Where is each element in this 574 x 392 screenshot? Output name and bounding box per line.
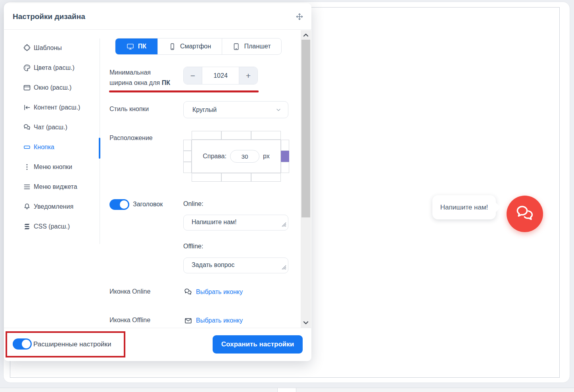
tab-label: ПК	[138, 43, 146, 50]
min-width-value[interactable]: 1024	[202, 67, 239, 84]
sidebar-item-colors[interactable]: Цвета (расш.)	[4, 58, 99, 78]
widget-tooltip-text: Напишите нам!	[440, 204, 488, 211]
stepper-plus-button[interactable]: +	[239, 67, 257, 84]
sidebar-item-button-menu[interactable]: Меню кнопки	[4, 157, 99, 177]
hamburger-menu-icon	[23, 183, 31, 191]
bell-icon	[23, 203, 31, 211]
sidebar-item-label: Контент (расш.)	[34, 104, 80, 111]
sidebar-item-window[interactable]: Окно (расш.)	[4, 78, 99, 98]
sidebar-item-content[interactable]: Контент (расш.)	[4, 98, 99, 117]
sidebar-item-label: Меню кнопки	[34, 163, 72, 171]
tab-smartphone[interactable]: Смартфон	[157, 38, 222, 54]
sidebar-item-label: Уведомления	[34, 203, 73, 210]
toggle-knob	[120, 200, 128, 209]
resize-grip-icon[interactable]	[282, 221, 286, 229]
monitor-icon	[127, 43, 134, 50]
scroll-down-button[interactable]	[301, 318, 311, 328]
chat-bubbles-icon	[23, 123, 31, 131]
horizontal-scrollbar[interactable]	[0, 388, 574, 392]
annotation-red-underline	[109, 90, 259, 92]
icon-online-label: Иконка Online	[109, 288, 150, 295]
position-cell-top-right[interactable]	[251, 131, 281, 140]
kebab-menu-icon	[23, 163, 31, 171]
position-grid: Справа: px	[183, 131, 289, 182]
modal-scrollbar[interactable]	[301, 30, 311, 328]
position-offset-input[interactable]	[230, 150, 259, 163]
chat-bubbles-icon	[514, 204, 535, 224]
envelope-icon	[184, 317, 192, 327]
online-textarea-wrap: Напишите нам!	[183, 215, 288, 231]
position-cell-bottom-center[interactable]	[221, 173, 251, 182]
sidebar-item-label: Окно (расш.)	[34, 84, 71, 91]
online-title-input[interactable]: Напишите нам!	[183, 215, 288, 231]
position-cell-bottom-right[interactable]	[251, 173, 281, 182]
smartphone-icon	[169, 43, 176, 50]
footer-divider	[4, 328, 311, 328]
sidebar-item-templates[interactable]: Шаблоны	[4, 38, 99, 58]
tab-tablet[interactable]: Планшет	[222, 38, 281, 54]
palette-icon	[23, 64, 31, 72]
min-width-label-bold: ПК	[162, 79, 170, 86]
chat-bubbles-icon	[184, 288, 192, 298]
button-style-select[interactable]: Круглый	[183, 101, 288, 118]
toggle-knob	[22, 340, 31, 348]
sidebar-item-widget-menu[interactable]: Меню виджета	[4, 177, 99, 197]
sidebar-item-label: Цвета (расш.)	[34, 64, 75, 71]
position-cell-right-bottom[interactable]	[281, 162, 289, 173]
position-label: Расположение	[109, 135, 153, 142]
chat-widget-button[interactable]	[507, 196, 543, 232]
header-toggle[interactable]	[109, 199, 129, 210]
sidebar-item-label: Шаблоны	[34, 44, 62, 52]
advanced-settings-toggle[interactable]	[13, 338, 32, 350]
button-style-label: Стиль кнопки	[109, 106, 149, 113]
puzzle-icon	[23, 44, 31, 52]
position-cell-top-center[interactable]	[221, 131, 251, 140]
save-settings-button[interactable]: Сохранить настройки	[213, 335, 303, 354]
sidebar-item-chat[interactable]: Чат (расш.)	[4, 117, 99, 137]
position-cell-right-middle-selected[interactable]	[281, 151, 289, 162]
offline-label: Offline:	[183, 243, 203, 250]
min-width-label-line1: Минимальная	[109, 69, 151, 76]
online-label: Online:	[183, 200, 203, 208]
scrollbar-thumb[interactable]	[301, 40, 310, 217]
position-cell-left-bottom[interactable]	[183, 162, 192, 173]
modal-header: Настройки дизайна	[4, 3, 311, 30]
sidebar-item-label: Меню виджета	[34, 183, 77, 190]
device-tabs: ПК Смартфон Планшет	[115, 38, 282, 55]
css-layers-icon	[23, 223, 31, 231]
position-cell-top-left[interactable]	[192, 131, 221, 140]
sidebar-item-notifications[interactable]: Уведомления	[4, 197, 99, 217]
position-cell-left-top[interactable]	[183, 140, 192, 151]
resize-grip-icon[interactable]	[282, 264, 286, 271]
sidebar-item-label: CSS (расш.)	[34, 223, 70, 230]
advanced-settings-label: Расширенные настройки	[33, 340, 111, 348]
position-cell-right-top[interactable]	[281, 140, 289, 151]
position-cell-bottom-left[interactable]	[192, 173, 221, 182]
horizontal-scrollbar-thumb[interactable]	[277, 388, 296, 392]
modal-title: Настройки дизайна	[13, 3, 85, 30]
position-cell-left-middle[interactable]	[183, 151, 192, 162]
pick-online-icon-link[interactable]: Выбрать иконку	[196, 288, 243, 296]
pick-offline-icon-link[interactable]: Выбрать иконку	[196, 317, 243, 324]
position-unit-label: px	[263, 153, 270, 160]
min-width-label-line2: ширина окна для	[109, 79, 160, 86]
design-settings-modal: Настройки дизайна Шаблоны Цвета (расш.) …	[4, 3, 311, 361]
tablet-icon	[232, 43, 240, 50]
widget-tooltip: Напишите нам!	[432, 195, 496, 219]
tab-label: Планшет	[244, 43, 271, 50]
offline-textarea-wrap: Задать вопрос	[183, 257, 288, 273]
stepper-minus-button[interactable]: −	[184, 67, 202, 84]
header-toggle-label: Заголовок	[133, 201, 163, 208]
offline-title-input[interactable]: Задать вопрос	[183, 257, 288, 273]
position-offset-panel: Справа: px	[192, 140, 281, 173]
sidebar-item-css[interactable]: CSS (расш.)	[4, 217, 99, 236]
button-icon	[23, 143, 31, 151]
min-width-stepper: − 1024 +	[183, 67, 258, 85]
tab-pc[interactable]: ПК	[115, 38, 157, 54]
sidebar-item-button[interactable]: Кнопка	[4, 137, 99, 157]
button-style-value: Круглый	[192, 106, 217, 113]
drag-move-icon[interactable]	[296, 13, 303, 21]
icon-offline-label: Иконка Offline	[109, 317, 150, 324]
scroll-up-button[interactable]	[301, 30, 311, 40]
position-side-label: Справа:	[203, 153, 227, 160]
